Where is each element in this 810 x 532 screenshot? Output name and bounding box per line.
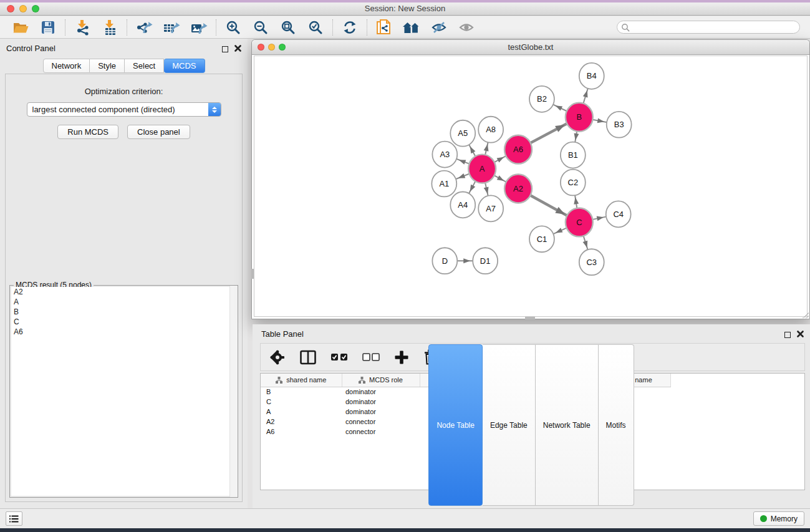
search-icon	[621, 23, 630, 34]
hide-panels-icon[interactable]	[429, 18, 449, 37]
graph-node-C4[interactable]: C4	[606, 201, 631, 227]
graph-node-C[interactable]: C	[566, 208, 593, 236]
tab-edge-table[interactable]: Edge Table	[483, 344, 536, 506]
control-panel: Control Panel Network Style Select MCDS …	[0, 39, 248, 508]
minimize-window-button[interactable]	[19, 5, 27, 12]
mcds-result-item[interactable]: A6	[11, 327, 236, 337]
network-minimize-button[interactable]	[268, 44, 275, 51]
graph-node-label: A4	[458, 200, 468, 210]
network-zoom-button[interactable]	[279, 44, 286, 51]
tab-style[interactable]: Style	[90, 59, 125, 73]
search-field-wrap	[617, 21, 800, 34]
memory-button[interactable]: Memory	[753, 511, 804, 526]
tab-node-table[interactable]: Node Table	[428, 344, 483, 506]
tab-network[interactable]: Network	[42, 59, 90, 73]
graph-node-C3[interactable]: C3	[579, 249, 604, 275]
graph-node-B4[interactable]: B4	[579, 63, 604, 89]
graph-edge-arrowhead	[458, 173, 466, 178]
toolbar-group-export	[127, 18, 216, 37]
close-table-panel-icon[interactable]	[797, 330, 804, 339]
graph-node-label: B4	[587, 71, 597, 80]
graph-node-D1[interactable]: D1	[473, 248, 498, 274]
mcds-result-item[interactable]: A	[11, 297, 236, 307]
graph-node-A8[interactable]: A8	[478, 117, 503, 143]
zoom-fit-icon[interactable]	[278, 18, 298, 37]
graph-node-label: A7	[486, 204, 496, 213]
graph-edge-arrowhead	[459, 160, 466, 165]
network-close-button[interactable]	[258, 44, 264, 51]
graph-node-A5[interactable]: A5	[450, 120, 475, 147]
app-title: Session: New Session	[0, 2, 810, 15]
graph-edge-arrowhead	[597, 118, 605, 123]
graph-node-label: A6	[513, 145, 523, 154]
window-resize-grip[interactable]	[803, 312, 809, 318]
graph-edge-arrowhead	[556, 105, 563, 110]
zoom-out-icon[interactable]	[251, 18, 271, 37]
network-window-title: testGlobe.txt	[252, 40, 809, 54]
new-network-from-selection-icon[interactable]	[374, 18, 394, 37]
run-mcds-button[interactable]: Run MCDS	[57, 125, 118, 139]
graph-node-label: B	[577, 112, 582, 122]
close-panel-button[interactable]: Close panel	[127, 125, 190, 139]
mcds-result-item[interactable]: A2	[11, 287, 236, 297]
save-session-icon[interactable]	[38, 18, 58, 37]
toolbar-group-zoom	[216, 18, 332, 37]
show-panels-icon[interactable]	[456, 18, 476, 37]
open-session-icon[interactable]	[11, 18, 31, 37]
graph-node-B3[interactable]: B3	[607, 112, 632, 138]
mcds-result-scrollbar[interactable]	[229, 286, 238, 497]
graph-node-B1[interactable]: B1	[561, 142, 586, 168]
float-panel-icon[interactable]	[222, 46, 228, 52]
graph-node-B2[interactable]: B2	[529, 86, 554, 112]
graph-node-A7[interactable]: A7	[478, 195, 503, 221]
toolbar-group-import	[65, 18, 127, 37]
graph-node-A4[interactable]: A4	[450, 191, 475, 218]
graph-node-label: A	[480, 164, 485, 173]
export-network-icon[interactable]	[134, 18, 154, 37]
network-canvas[interactable]: B4B2BB3A8A5A6A3B1AA1C2A2A4A7C4CC1DD1C3	[254, 56, 808, 317]
tab-mcds[interactable]: MCDS	[164, 59, 205, 73]
task-history-icon[interactable]	[6, 511, 22, 526]
close-window-button[interactable]	[7, 5, 14, 12]
graph-node-C2[interactable]: C2	[561, 170, 586, 196]
select-stepper-icon	[208, 103, 221, 116]
search-input[interactable]	[617, 21, 800, 34]
graph-node-label: D	[442, 256, 448, 266]
mcds-result-box: MCDS result (5 nodes) A2ABCA6	[9, 285, 238, 498]
graph-node-label: B3	[614, 120, 624, 129]
import-table-icon[interactable]	[100, 18, 120, 37]
zoom-in-icon[interactable]	[223, 18, 243, 37]
import-network-icon[interactable]	[72, 18, 92, 37]
graph-node-A[interactable]: A	[468, 155, 496, 183]
graph-node-A1[interactable]: A1	[432, 171, 456, 197]
birdseye-grip-bottom[interactable]	[525, 317, 535, 319]
graph-node-B[interactable]: B	[566, 103, 593, 132]
graph-node-A6[interactable]: A6	[504, 135, 532, 164]
graph-node-label: B1	[568, 150, 578, 160]
graph-node-A2[interactable]: A2	[504, 175, 532, 203]
tab-network-table[interactable]: Network Table	[536, 344, 599, 506]
home-icon[interactable]	[402, 18, 422, 37]
status-bar: Memory	[0, 508, 810, 528]
control-panel-title: Control Panel	[6, 44, 55, 53]
graph-node-label: A3	[440, 150, 450, 159]
mcds-result-item[interactable]: C	[11, 317, 236, 327]
graph-node-A3[interactable]: A3	[432, 142, 457, 168]
graph-node-C1[interactable]: C1	[529, 226, 554, 252]
refresh-icon[interactable]	[340, 18, 360, 37]
export-image-icon[interactable]	[189, 18, 209, 37]
tab-motifs[interactable]: Motifs	[599, 344, 634, 506]
tab-select[interactable]: Select	[125, 59, 164, 73]
close-panel-icon[interactable]	[234, 44, 241, 54]
criterion-select[interactable]: largest connected component (directed)	[27, 102, 221, 117]
zoom-window-button[interactable]	[32, 5, 39, 12]
float-table-panel-icon[interactable]	[784, 332, 791, 338]
network-window-titlebar[interactable]: testGlobe.txt	[252, 40, 809, 55]
graph-edge-arrowhead	[574, 133, 579, 140]
graph-node-D[interactable]: D	[432, 248, 457, 274]
graph-node-label: A1	[439, 179, 449, 188]
mcds-result-item[interactable]: B	[11, 307, 236, 317]
zoom-selected-icon[interactable]	[306, 18, 325, 37]
birdseye-grip-left[interactable]	[251, 269, 254, 279]
export-table-icon[interactable]	[162, 18, 181, 37]
